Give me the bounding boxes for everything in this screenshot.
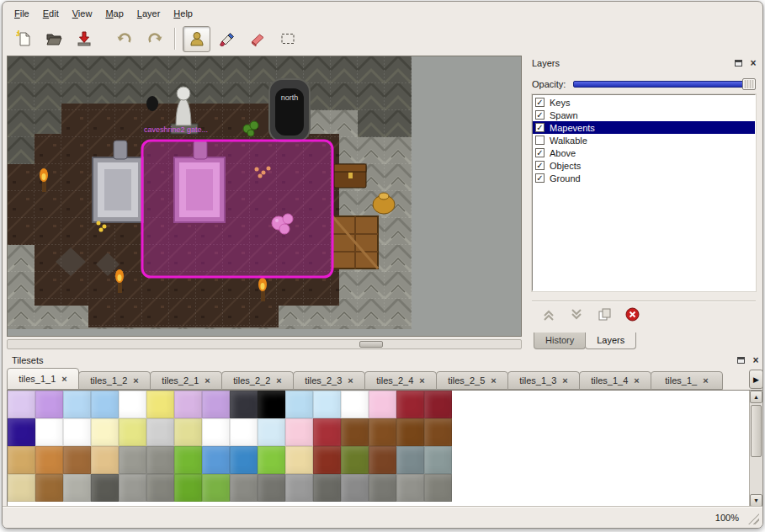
tileset-tile[interactable] xyxy=(63,418,91,446)
tab-close-icon[interactable]: × xyxy=(703,375,708,386)
tileset-tile[interactable] xyxy=(35,474,63,502)
tileset-tab-tiles_2_2[interactable]: tiles_2_2× xyxy=(221,371,294,390)
scroll-up-button[interactable]: ▲ xyxy=(750,391,762,403)
tileset-tile[interactable] xyxy=(230,391,258,418)
tilesets-dock-float-button[interactable] xyxy=(734,354,747,367)
tileset-tile[interactable] xyxy=(313,474,341,502)
tileset-tile[interactable] xyxy=(146,391,174,418)
tileset-tile[interactable] xyxy=(258,391,285,418)
layer-row-mapevents[interactable]: ✓Mapevents xyxy=(533,121,755,134)
tileset-tile[interactable] xyxy=(258,446,285,474)
tileset-tile[interactable] xyxy=(146,418,174,446)
mapevent-selection[interactable] xyxy=(142,141,332,277)
tileset-tile[interactable] xyxy=(202,446,230,474)
stamp-tool-button[interactable] xyxy=(183,26,210,52)
layers-dock-float-button[interactable] xyxy=(731,57,745,70)
tileset-tile[interactable] xyxy=(424,446,452,474)
tileset-tabs-scroll-right-button[interactable]: ▶ xyxy=(749,370,763,389)
layer-row-keys[interactable]: ✓Keys xyxy=(533,96,755,109)
tileset-tile[interactable] xyxy=(369,391,396,418)
tileset-tile[interactable] xyxy=(230,418,258,446)
tileset-tile[interactable] xyxy=(35,418,63,446)
move-layer-up-button[interactable] xyxy=(540,306,557,323)
tab-close-icon[interactable]: × xyxy=(61,374,66,384)
tileset-tile[interactable] xyxy=(396,391,424,418)
tileset-tile[interactable] xyxy=(174,391,202,418)
tileset-tile[interactable] xyxy=(146,474,174,502)
tileset-tile[interactable] xyxy=(202,391,230,418)
palette-scrollbar-handle[interactable] xyxy=(751,405,762,457)
tileset-tile[interactable] xyxy=(396,446,424,474)
tileset-tile[interactable] xyxy=(91,474,119,502)
delete-layer-button[interactable] xyxy=(624,306,640,323)
undo-button[interactable] xyxy=(110,26,138,52)
tileset-tab-tiles_1_1[interactable]: tiles_1_1× xyxy=(7,368,79,390)
tileset-tab-tiles_1_[interactable]: tiles_1_× xyxy=(651,371,723,390)
tileset-tile[interactable] xyxy=(341,418,369,446)
tileset-tile[interactable] xyxy=(396,418,424,446)
tileset-tab-tiles_2_4[interactable]: tiles_2_4× xyxy=(364,371,437,390)
layer-visibility-checkbox[interactable] xyxy=(535,136,545,145)
tab-close-icon[interactable]: × xyxy=(634,375,639,386)
tileset-tile[interactable] xyxy=(341,446,369,474)
tileset-tile[interactable] xyxy=(35,446,63,474)
menu-view[interactable]: View xyxy=(66,6,99,21)
scroll-down-button[interactable]: ▼ xyxy=(750,494,762,507)
tab-close-icon[interactable]: × xyxy=(562,375,567,386)
tab-close-icon[interactable]: × xyxy=(276,375,281,386)
opacity-slider-knob[interactable] xyxy=(742,78,756,90)
tileset-tab-tiles_2_1[interactable]: tiles_2_1× xyxy=(150,371,222,390)
select-tool-button[interactable] xyxy=(274,26,301,52)
layer-row-above[interactable]: ✓Above xyxy=(533,146,755,159)
tileset-tile[interactable] xyxy=(8,418,35,446)
tileset-tab-tiles_1_4[interactable]: tiles_1_4× xyxy=(579,371,651,390)
menu-layer[interactable]: Layer xyxy=(130,6,167,21)
tileset-tab-tiles_2_3[interactable]: tiles_2_3× xyxy=(293,371,365,390)
tileset-tab-tiles_1_3[interactable]: tiles_1_3× xyxy=(507,371,580,390)
tileset-tile[interactable] xyxy=(146,446,174,474)
tileset-tile[interactable] xyxy=(313,391,341,418)
menu-map[interactable]: Map xyxy=(98,6,130,21)
opacity-slider[interactable] xyxy=(573,77,756,90)
tileset-tile[interactable] xyxy=(313,418,341,446)
layer-row-walkable[interactable]: Walkable xyxy=(533,134,755,146)
resize-grip[interactable] xyxy=(748,513,759,524)
tab-close-icon[interactable]: × xyxy=(348,375,353,386)
tileset-tile[interactable] xyxy=(341,474,369,502)
menu-file[interactable]: File xyxy=(8,6,36,21)
layer-visibility-checkbox[interactable]: ✓ xyxy=(535,161,545,170)
tileset-tile[interactable] xyxy=(258,474,285,502)
layer-row-objects[interactable]: ✓Objects xyxy=(533,159,755,172)
layer-visibility-checkbox[interactable]: ✓ xyxy=(535,98,545,107)
menu-help[interactable]: Help xyxy=(167,6,199,21)
tileset-tile[interactable] xyxy=(285,474,313,502)
tileset-tile[interactable] xyxy=(8,391,35,418)
duplicate-layer-button[interactable] xyxy=(596,306,613,323)
save-button[interactable] xyxy=(70,26,98,52)
map-horizontal-scrollbar[interactable] xyxy=(7,339,522,349)
tileset-tile[interactable] xyxy=(35,391,63,418)
tileset-tile[interactable] xyxy=(285,391,313,418)
tileset-tab-tiles_1_2[interactable]: tiles_1_2× xyxy=(78,371,151,390)
tileset-tile[interactable] xyxy=(8,446,35,474)
tilesets-dock-close-button[interactable]: × xyxy=(749,354,762,367)
layer-row-spawn[interactable]: ✓Spawn xyxy=(533,109,755,121)
menu-edit[interactable]: Edit xyxy=(36,6,66,21)
tileset-tile[interactable] xyxy=(424,474,452,502)
tileset-tile[interactable] xyxy=(119,418,146,446)
tileset-tile[interactable] xyxy=(341,391,369,418)
open-button[interactable] xyxy=(40,26,67,52)
dock-tab-layers[interactable]: Layers xyxy=(585,332,636,349)
tileset-tab-tiles_2_5[interactable]: tiles_2_5× xyxy=(436,371,508,390)
layer-visibility-checkbox[interactable]: ✓ xyxy=(535,148,545,157)
layer-row-ground[interactable]: ✓Ground xyxy=(533,172,755,184)
tileset-tile[interactable] xyxy=(8,474,35,502)
layer-visibility-checkbox[interactable]: ✓ xyxy=(535,110,545,120)
tileset-tile[interactable] xyxy=(174,474,202,502)
tileset-tile[interactable] xyxy=(91,391,119,418)
palette-vertical-scrollbar[interactable]: ▲ ▼ xyxy=(749,391,762,507)
layers-dock-close-button[interactable]: × xyxy=(746,57,760,70)
tileset-tile[interactable] xyxy=(119,446,146,474)
tileset-tile[interactable] xyxy=(230,446,258,474)
tileset-tile[interactable] xyxy=(424,418,452,446)
